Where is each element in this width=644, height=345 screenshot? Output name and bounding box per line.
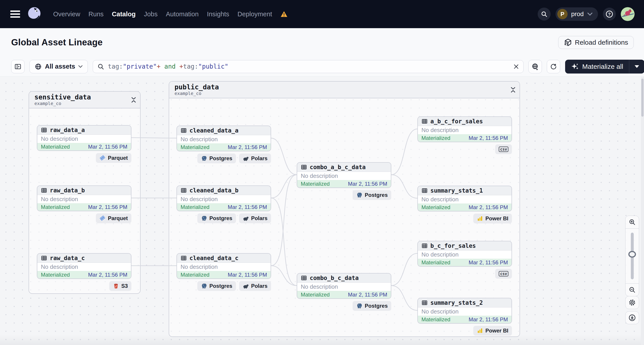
- group-repo: example_co: [34, 101, 91, 106]
- vertical-scrollbar[interactable]: [641, 77, 644, 345]
- asset-description: No description: [37, 135, 131, 143]
- table-icon: [422, 188, 428, 194]
- materialized-timestamp: Mar 2, 11:56 PM: [88, 204, 127, 210]
- warning-triangle-icon[interactable]: [280, 11, 288, 18]
- lineage-canvas[interactable]: sensitive_data example_co public_data ex…: [0, 77, 644, 345]
- download-image-button[interactable]: [625, 311, 639, 324]
- nav-deployment[interactable]: Deployment: [238, 10, 272, 18]
- asset-node-combo-a-b-c-data[interactable]: combo_a_b_c_data No description Material…: [297, 162, 391, 188]
- asset-node-raw-data-c[interactable]: raw_data_c No description MaterializedMa…: [37, 253, 132, 279]
- new-asset-group-button[interactable]: [528, 60, 542, 73]
- badge-polars[interactable]: Polars: [239, 214, 271, 223]
- collapse-group-icon[interactable]: [131, 97, 136, 103]
- s3-bucket-icon: [113, 283, 119, 289]
- nav-automation[interactable]: Automation: [166, 10, 199, 18]
- clear-search-icon[interactable]: [513, 64, 519, 70]
- badge-polars[interactable]: Polars: [239, 154, 271, 163]
- materialized-status: Materialized: [301, 181, 330, 187]
- scrollbar-thumb[interactable]: [641, 79, 644, 117]
- asset-node-cleaned-data-c[interactable]: cleaned_data_c No description Materializ…: [176, 253, 271, 279]
- badge-power-bi[interactable]: Power BI: [473, 214, 512, 224]
- materialized-timestamp: Mar 2, 11:56 PM: [348, 181, 387, 187]
- graph-settings-button[interactable]: [625, 296, 639, 309]
- badge-csv[interactable]: csv: [495, 144, 512, 154]
- materialized-status: Materialized: [422, 135, 450, 141]
- dagster-logo[interactable]: [26, 6, 43, 22]
- asset-node-b-c-for-sales[interactable]: b_c_for_sales No description Materialize…: [418, 241, 512, 266]
- nav-jobs[interactable]: Jobs: [144, 10, 158, 18]
- menu-icon[interactable]: [10, 10, 20, 18]
- asset-node-raw-data-a[interactable]: raw_data_a No description MaterializedMa…: [37, 125, 132, 151]
- badge-polars[interactable]: Polars: [239, 281, 271, 291]
- badge-parquet[interactable]: Parquet: [96, 214, 132, 223]
- zoom-slider-thumb[interactable]: [628, 251, 636, 258]
- asset-node-summary-stats-2[interactable]: summary_stats_2 No description Materiali…: [418, 298, 512, 324]
- materialize-options-caret[interactable]: [629, 65, 644, 68]
- asset-name: raw_data_b: [50, 187, 85, 194]
- asset-description: No description: [37, 195, 131, 203]
- zoom-out-button[interactable]: [626, 284, 639, 296]
- asset-node-cleaned-data-b[interactable]: cleaned_data_b No description Materializ…: [176, 186, 271, 211]
- help-icon[interactable]: ?: [603, 8, 616, 20]
- asset-scope-dropdown[interactable]: All assets: [30, 60, 88, 73]
- nav-runs[interactable]: Runs: [88, 10, 104, 18]
- search-query: tag:"private"+ and +tag:"public": [108, 63, 510, 70]
- table-icon: [422, 118, 428, 124]
- gear-icon: [628, 299, 636, 306]
- asset-name: combo_a_b_c_data: [310, 164, 366, 170]
- badge-postgres[interactable]: Postgres: [197, 214, 236, 223]
- postgres-icon: [201, 283, 207, 289]
- table-icon: [422, 300, 428, 306]
- environment-name: prod: [571, 10, 584, 18]
- asset-node-cleaned-data-a[interactable]: cleaned_data_a No description Materializ…: [176, 126, 271, 151]
- materialized-timestamp: Mar 2, 11:56 PM: [228, 272, 267, 278]
- asset-node-combo-b-c-data[interactable]: combo_b_c_data No description Materializ…: [297, 273, 391, 299]
- zoom-out-icon: [628, 286, 636, 294]
- environment-switcher[interactable]: P prod: [556, 7, 598, 21]
- badge-power-bi[interactable]: Power BI: [473, 326, 512, 336]
- globe-icon: [35, 63, 42, 70]
- table-icon: [41, 255, 47, 261]
- badge-s3[interactable]: S3: [109, 281, 132, 291]
- collapse-group-icon[interactable]: [510, 87, 516, 93]
- badge-postgres[interactable]: Postgres: [197, 154, 236, 163]
- zoom-in-button[interactable]: [626, 216, 639, 228]
- materialized-status: Materialized: [180, 272, 210, 278]
- materialize-all-button[interactable]: Materialize all: [565, 60, 644, 74]
- postgres-icon: [356, 303, 362, 309]
- search-icon[interactable]: [538, 8, 550, 20]
- asset-node-raw-data-b[interactable]: raw_data_b No description MaterializedMa…: [37, 186, 132, 211]
- table-icon: [422, 243, 428, 249]
- dagster-app: Overview Runs Catalog Jobs Automation In…: [0, 0, 644, 345]
- reload-cube-icon: [564, 38, 572, 47]
- refresh-button[interactable]: [547, 60, 560, 73]
- parquet-icon: [100, 215, 106, 222]
- toggle-sidebar-button[interactable]: [11, 60, 24, 73]
- nav-insights[interactable]: Insights: [207, 10, 229, 18]
- nav-catalog[interactable]: Catalog: [112, 10, 136, 18]
- postgres-icon: [356, 192, 362, 198]
- badge-csv[interactable]: csv: [495, 269, 512, 279]
- reload-definitions-button[interactable]: Reload definitions: [558, 36, 634, 49]
- csv-icon: csv: [499, 271, 508, 276]
- table-icon: [301, 275, 307, 281]
- user-avatar[interactable]: [621, 7, 634, 21]
- polars-icon: [243, 155, 249, 162]
- parquet-icon: [100, 155, 106, 161]
- materialized-status: Materialized: [41, 144, 70, 150]
- sparkles-icon: [571, 62, 579, 70]
- badge-postgres[interactable]: Postgres: [352, 190, 391, 200]
- zoom-slider[interactable]: [626, 228, 639, 283]
- nav-overview[interactable]: Overview: [53, 10, 80, 18]
- badge-postgres[interactable]: Postgres: [197, 281, 236, 291]
- badge-parquet[interactable]: Parquet: [96, 153, 132, 163]
- materialized-status: Materialized: [180, 144, 210, 150]
- materialized-status: Materialized: [180, 204, 210, 210]
- asset-description: No description: [297, 172, 391, 180]
- badge-postgres[interactable]: Postgres: [352, 301, 391, 311]
- panel-toggle-icon: [14, 63, 22, 70]
- asset-search-input[interactable]: tag:"private"+ and +tag:"public": [93, 60, 524, 73]
- asset-node-summary-stats-1[interactable]: summary_stats_1 No description Materiali…: [418, 186, 512, 212]
- asset-node-a-b-c-for-sales[interactable]: a_b_c_for_sales No description Materiali…: [418, 116, 512, 142]
- zoom-panel: [625, 216, 639, 296]
